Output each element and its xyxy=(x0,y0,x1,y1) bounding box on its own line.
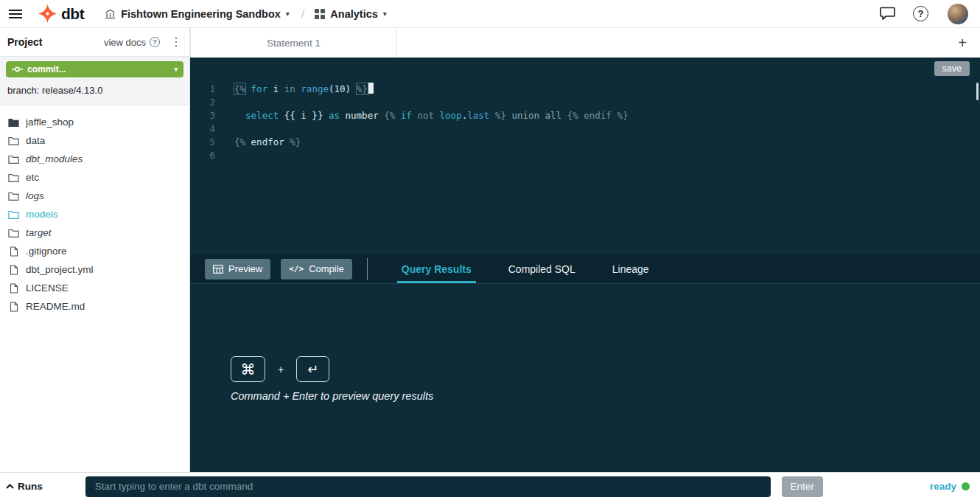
preview-hint-text: Command + Enter to preview query results xyxy=(231,390,433,402)
tree-item-data[interactable]: data xyxy=(0,131,189,150)
status-dot-icon xyxy=(962,482,970,490)
tree-item-logs[interactable]: logs xyxy=(0,187,189,205)
tree-item-dbt-project-yml[interactable]: dbt_project.yml xyxy=(0,260,189,279)
line-number: 5 xyxy=(190,136,215,149)
chevron-down-icon: ▾ xyxy=(383,10,387,18)
commit-button[interactable]: commit... ▾ xyxy=(6,61,183,77)
tab-compiled-sql[interactable]: Compiled SQL xyxy=(504,254,580,283)
file-icon xyxy=(8,302,19,312)
query-results-pane: ⌘ + ↵ Command + Enter to preview query r… xyxy=(190,284,980,472)
code-line[interactable]: 3 select {{ i }} as number {% if not loo… xyxy=(190,109,980,122)
org-name: Fishtown Engineering Sandbox xyxy=(121,8,281,20)
help-icon[interactable]: ? xyxy=(913,6,928,21)
tree-item-dbt-modules[interactable]: dbt_modules xyxy=(0,150,189,168)
avatar[interactable] xyxy=(948,4,968,24)
line-number: 3 xyxy=(190,109,215,122)
tab-query-results[interactable]: Query Results xyxy=(397,254,476,283)
tree-item-models[interactable]: models xyxy=(0,205,189,223)
building-icon xyxy=(105,9,116,19)
code-line[interactable]: 1{% for i in range(10) %} xyxy=(190,83,980,96)
code-text: select {{ i }} as number {% if not loop.… xyxy=(215,109,628,122)
project-name: Analytics xyxy=(330,8,377,20)
tree-item-label: data xyxy=(26,135,45,146)
source-control-area: commit... ▾ branch: release/4.13.0 xyxy=(0,57,189,105)
tree-item-target[interactable]: target xyxy=(0,223,189,242)
tab-lineage[interactable]: Lineage xyxy=(608,254,654,283)
kebab-menu-icon[interactable]: ⋮ xyxy=(170,36,182,48)
breadcrumb-separator: / xyxy=(301,7,304,21)
preview-label: Preview xyxy=(228,263,262,274)
top-header: dbt Fishtown Engineering Sandbox ▾ / Ana… xyxy=(0,0,980,28)
line-number: 2 xyxy=(190,96,215,109)
keyboard-shortcut-hint: ⌘ + ↵ xyxy=(231,356,329,382)
file-tree: jaffle_shopdatadbt_modulesetclogsmodelst… xyxy=(0,105,189,316)
compile-label: Compile xyxy=(309,263,344,274)
dbt-flame-icon xyxy=(38,4,57,23)
project-switcher[interactable]: Analytics ▾ xyxy=(315,8,387,20)
menu-icon[interactable] xyxy=(9,9,22,19)
code-text xyxy=(215,96,234,109)
folder-icon xyxy=(8,136,19,145)
results-toolbar: Preview </> Compile Query ResultsCompile… xyxy=(190,254,980,284)
tree-item-label: LICENSE xyxy=(26,282,69,294)
tree-item-license[interactable]: LICENSE xyxy=(0,279,189,297)
line-number: 6 xyxy=(190,149,215,162)
folder-icon xyxy=(8,192,19,201)
grid-icon xyxy=(315,9,325,19)
command-input[interactable] xyxy=(85,476,771,497)
enter-button[interactable]: Enter xyxy=(782,476,823,497)
editor-scrollbar[interactable] xyxy=(976,83,979,100)
code-line[interactable]: 4 xyxy=(190,122,980,136)
code-area[interactable]: 1{% for i in range(10) %}23 select {{ i … xyxy=(190,58,980,162)
folder-icon xyxy=(8,155,19,164)
file-icon xyxy=(8,283,19,294)
tree-item-label: etc xyxy=(26,172,39,183)
folder-icon xyxy=(8,118,19,127)
dbt-logo[interactable]: dbt xyxy=(38,4,84,23)
view-docs-label: view docs xyxy=(104,37,146,48)
code-text: {% endfor %} xyxy=(215,136,301,149)
tab-statement-1[interactable]: Statement 1 xyxy=(190,28,397,58)
status-indicator: ready xyxy=(930,481,970,492)
runs-toggle[interactable]: Runs xyxy=(6,481,43,492)
help-circle-icon: ? xyxy=(150,37,160,47)
code-text xyxy=(215,122,234,136)
folder-icon xyxy=(8,173,19,182)
commit-label: commit... xyxy=(27,64,66,74)
view-docs-link[interactable]: view docs ? xyxy=(104,37,160,48)
tree-item-label: jaffle_shop xyxy=(26,117,74,128)
tree-item-jaffle-shop[interactable]: jaffle_shop xyxy=(0,113,189,131)
enter-key-icon: ↵ xyxy=(296,356,329,382)
command-key-icon: ⌘ xyxy=(231,356,265,382)
code-text xyxy=(215,149,234,162)
editor-tabbar: Statement 1 + xyxy=(190,28,980,58)
tree-item-label: dbt_modules xyxy=(26,153,83,164)
line-number: 4 xyxy=(190,122,215,136)
add-tab-icon[interactable]: + xyxy=(952,28,973,58)
sidebar: Project view docs ? ⋮ commit... ▾ branch… xyxy=(0,28,190,472)
tree-item-gitignore[interactable]: .gitignore xyxy=(0,242,189,260)
folder-icon xyxy=(8,229,19,237)
save-button[interactable]: save xyxy=(934,61,970,76)
tree-item-label: dbt_project.yml xyxy=(26,264,94,275)
tree-item-etc[interactable]: etc xyxy=(0,168,189,187)
results-divider xyxy=(190,313,980,314)
tree-item-readme-md[interactable]: README.md xyxy=(0,297,189,316)
org-switcher[interactable]: Fishtown Engineering Sandbox ▾ xyxy=(105,8,290,20)
runs-label: Runs xyxy=(18,481,43,492)
tree-item-label: target xyxy=(26,227,52,238)
code-line[interactable]: 6 xyxy=(190,149,980,162)
chevron-down-icon: ▾ xyxy=(174,66,178,73)
code-line[interactable]: 2 xyxy=(190,96,980,109)
status-label: ready xyxy=(930,481,956,492)
code-editor[interactable]: save 1{% for i in range(10) %}23 select … xyxy=(190,58,980,254)
preview-button[interactable]: Preview xyxy=(205,259,270,279)
chat-icon[interactable] xyxy=(880,7,895,21)
compile-button[interactable]: </> Compile xyxy=(281,259,352,279)
git-commit-icon xyxy=(12,66,23,73)
file-icon xyxy=(8,246,19,257)
code-line[interactable]: 5{% endfor %} xyxy=(190,136,980,149)
dbt-wordmark: dbt xyxy=(61,5,84,23)
plus-separator: + xyxy=(278,364,284,375)
code-text: {% for i in range(10) %} xyxy=(215,83,374,96)
